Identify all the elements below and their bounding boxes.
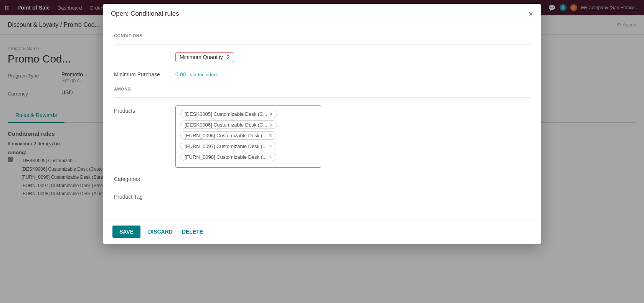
product-tag-remove-0[interactable]: × bbox=[269, 111, 272, 117]
product-tag-3[interactable]: [FURN_0097] Customizable Desk (... × bbox=[180, 142, 276, 150]
tax-label: tax bbox=[190, 72, 196, 77]
conditions-section-title: CONDITIONS bbox=[114, 33, 530, 38]
products-field[interactable]: [DESK0005] Customizable Desk (C... × [DE… bbox=[175, 105, 321, 168]
min-purchase-row: Minimum Purchase 0.00 tax Included bbox=[114, 69, 530, 80]
product-tag-text-1: [DESK0006] Customizable Desk (C... bbox=[185, 122, 267, 128]
delete-button[interactable]: DELETE bbox=[180, 226, 205, 238]
min-purchase-value[interactable]: 0.00 bbox=[175, 69, 186, 80]
product-tag-2[interactable]: [FURN_0096] Customizable Desk (... × bbox=[180, 131, 276, 140]
tax-included[interactable]: Included bbox=[198, 72, 217, 77]
modal-overlay: Open: Conditional rules × CONDITIONS Min… bbox=[0, 0, 644, 303]
product-tag-4[interactable]: [FURN_0098] Customizable Desk (... × bbox=[180, 153, 276, 161]
product-tag-remove-1[interactable]: × bbox=[269, 122, 272, 128]
discard-button[interactable]: DISCARD bbox=[147, 226, 174, 238]
min-quantity-field[interactable]: Minimum Quantity 2 bbox=[175, 52, 234, 62]
modal-close-button[interactable]: × bbox=[528, 10, 533, 18]
categories-label: Categories bbox=[114, 175, 175, 182]
min-purchase-label: Minimum Purchase bbox=[114, 69, 175, 77]
min-qty-value: 2 bbox=[227, 54, 230, 60]
save-button[interactable]: SAVE bbox=[112, 226, 140, 238]
product-tag-label: Product Tag bbox=[114, 192, 175, 200]
product-tag-text-4: [FURN_0098] Customizable Desk (... bbox=[185, 154, 267, 160]
product-tag-text-0: [DESK0005] Customizable Desk (C... bbox=[185, 111, 267, 117]
conditions-divider bbox=[114, 44, 530, 44]
product-tag-remove-2[interactable]: × bbox=[269, 132, 272, 138]
conditional-rules-modal: Open: Conditional rules × CONDITIONS Min… bbox=[103, 4, 541, 244]
categories-row: Categories bbox=[114, 175, 530, 185]
modal-header: Open: Conditional rules × bbox=[103, 4, 541, 24]
min-quantity-label bbox=[114, 52, 175, 54]
product-tag-row: Product Tag bbox=[114, 192, 530, 203]
modal-footer: SAVE DISCARD DELETE bbox=[103, 219, 541, 244]
among-section-title: AMONG bbox=[114, 87, 530, 91]
min-quantity-row: Minimum Quantity 2 bbox=[114, 52, 530, 62]
product-tag-remove-4[interactable]: × bbox=[269, 154, 272, 160]
products-label: Products bbox=[114, 105, 175, 114]
product-tag-text-3: [FURN_0097] Customizable Desk (... bbox=[185, 143, 267, 149]
min-qty-inner-label: Minimum Quantity bbox=[180, 54, 223, 60]
product-tag-field[interactable] bbox=[175, 192, 252, 203]
modal-title: Open: Conditional rules bbox=[111, 10, 179, 18]
product-tag-0[interactable]: [DESK0005] Customizable Desk (C... × bbox=[180, 110, 277, 118]
modal-body: CONDITIONS Minimum Quantity 2 Minimum Pu… bbox=[103, 24, 541, 219]
product-tag-remove-3[interactable]: × bbox=[269, 143, 272, 149]
among-divider bbox=[114, 97, 530, 98]
products-row: Products [DESK0005] Customizable Desk (C… bbox=[114, 105, 530, 168]
product-tag-1[interactable]: [DESK0006] Customizable Desk (C... × bbox=[180, 120, 277, 129]
product-tag-text-2: [FURN_0096] Customizable Desk (... bbox=[185, 133, 267, 138]
categories-field[interactable] bbox=[175, 175, 252, 185]
